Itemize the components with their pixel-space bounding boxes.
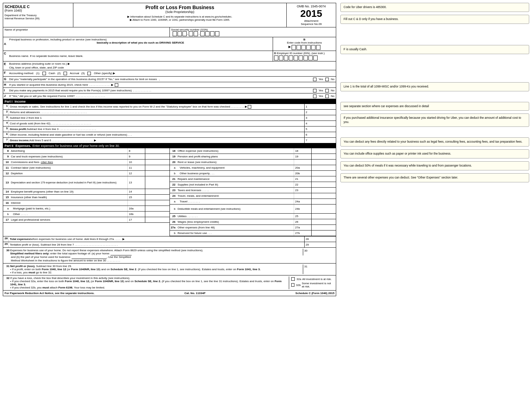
form-footer: For Paperwork Reduction Act Notice, see … [3, 290, 336, 296]
exp-line-17: 17 Legal and professional services 17 [3, 217, 169, 223]
exp-12-desc: Depletion [9, 171, 127, 176]
ssn-box [215, 31, 219, 36]
exp-line-27a: 27a Other expenses (from line 48) 27a [170, 225, 336, 230]
i-yes-checkbox[interactable] [313, 89, 317, 92]
exp-line-14: 14 Employee benefit programs (other than… [3, 189, 169, 195]
exp-line-16: 16 Interest: [3, 200, 169, 206]
exp-27b-val [311, 230, 336, 236]
line-29-desc: Tentative profit or (loss). Subtract lin… [9, 242, 304, 247]
j-yes-checkbox[interactable] [313, 95, 317, 98]
ssn-cell: Social security number (SSN) - - [169, 27, 336, 37]
line-g-letter-display: G [3, 77, 8, 82]
line-32a-label: 32a [297, 278, 301, 281]
line-29-row: 29 Tentative profit or (loss). Subtract … [3, 242, 336, 248]
exp-16a-val [145, 206, 169, 211]
exp-21-desc: Repairs and maintenance [176, 176, 294, 182]
note-10: There are several other expenses you can… [340, 173, 529, 182]
exp-23-val [311, 188, 336, 193]
line-32-section: 32 If you have a loss, check the box tha… [3, 275, 336, 290]
exp-26-sub: 26 [294, 219, 311, 225]
exp-line-12: 12 Depletion 12 [3, 171, 169, 176]
line-g-yn: Yes No [311, 77, 336, 82]
h-checkbox[interactable] [115, 83, 118, 87]
ssn-box [178, 31, 182, 36]
form-title-block: Profit or Loss From Business (Sole Propr… [73, 3, 287, 27]
note-1: Code for Uber drivers is 485300. [340, 3, 529, 12]
exp-24a-val [311, 199, 336, 204]
exp-9-desc: Car and truck expenses (see instructions… [9, 154, 127, 159]
line-32a-checkbox[interactable] [291, 277, 295, 281]
j-no-checkbox[interactable] [325, 95, 329, 98]
ssn-box [189, 31, 193, 36]
line-3-desc: Subtract line 2 from line 1 [9, 115, 304, 121]
exp-24b-val [311, 204, 336, 213]
line-3-row: 3 Subtract line 2 from line 1 3 [3, 115, 336, 121]
accrual-checkbox[interactable] [64, 72, 67, 75]
exp-25-sub: 25 [294, 214, 311, 219]
exp-20-val [311, 160, 336, 165]
line-7-desc: Gross income. Add lines 5 and 6 . . . . … [9, 138, 304, 143]
exp-24-sub [294, 193, 311, 199]
notes-panel: Code for Uber drivers is 485300. Fill ou… [336, 3, 529, 296]
line-32b-checkbox[interactable] [291, 283, 294, 287]
line1-checkbox[interactable] [248, 105, 251, 109]
g-yes-checkbox[interactable] [313, 78, 317, 81]
line-32a-text: All investment is at risk. [302, 278, 332, 281]
exp-20b-val [311, 171, 336, 176]
exp-line-16a: a Mortgage (paid to banks, etc.) 16a [3, 206, 169, 212]
exp-24-desc: Travel, meals, and entertainment: [176, 193, 294, 199]
cash-checkbox[interactable] [42, 72, 46, 75]
line-6-desc: Other income, including federal and stat… [9, 132, 304, 137]
exp-line-27b: b Reserved for future use . . . 27b [170, 230, 336, 236]
line-i-desc: Did you make any payments in 2015 that w… [8, 88, 311, 93]
part2-header: Part II Expenses. Enter expenses for bus… [3, 143, 336, 148]
cat-no: Cat. No. 11334P [185, 292, 206, 295]
exp-24-val [311, 193, 336, 199]
line-4-row: 4 Cost of goods sold (from line 42) . . … [3, 121, 336, 126]
exp-line-22: 22 Supplies (not included in Part III) 2… [170, 182, 336, 188]
exp-line-19: 19 Pension and profit-sharing plans 19 [170, 154, 336, 160]
line-30-simplified: and (b) the part of your home used for b… [5, 255, 334, 262]
exp-12-val [145, 171, 169, 176]
line-30-val: 30 [303, 249, 334, 255]
line-30-num: 30 [5, 249, 10, 255]
exp-20a-sub: 20a [294, 165, 311, 170]
g-no-checkbox[interactable] [325, 78, 329, 81]
exp-13-desc: Depreciation and section 179 expense ded… [9, 176, 127, 189]
exp-14-val [145, 189, 169, 194]
line-i-yn: Yes No [311, 88, 336, 93]
exp-14-sub: 14 [127, 189, 145, 194]
line-j-yn: Yes No [311, 93, 336, 99]
line-j-row: J If "Yes," did you or will you file req… [3, 93, 336, 99]
exp-15-sub: 15 [127, 195, 145, 200]
line-31-num: 31 [5, 265, 10, 274]
exp-24b-sub: 24b [294, 204, 311, 213]
form-1040-label: (Form 1040) [5, 9, 72, 12]
part2-expense-grid: 8 Advertising 8 9 Car and truck expenses… [3, 148, 336, 236]
other-checkbox[interactable] [87, 72, 91, 75]
exp-13-val [145, 176, 169, 189]
exp-11-sub: 11 [127, 165, 145, 170]
line-2-row: 2 Returns and allowances . . . . . . . .… [3, 110, 336, 115]
exp-27a-val [311, 225, 336, 230]
exp-21-sub: 21 [294, 176, 311, 182]
exp-16b-sub: 16b [127, 212, 145, 217]
exp-15-val [145, 195, 169, 200]
note-9: You can deduct 50% of meals if it was ne… [340, 161, 529, 170]
exp-24b-desc: Deductible meals and entertainment (see … [176, 204, 294, 213]
exp-9-val [145, 154, 169, 159]
note-7: You can deduct any fees directly related… [340, 137, 529, 147]
dept2-label: Internal Revenue Service (99) [5, 17, 72, 20]
line-7-val: 7 [304, 138, 336, 143]
exp-line-20a: a Vehicles, machinery, and equipment 20a [170, 165, 336, 171]
exp-25-desc: Utilities . . . . . . . [176, 214, 294, 219]
i-no-checkbox[interactable] [325, 89, 329, 92]
exp-16-desc: Interest: [9, 200, 127, 206]
exp-line-20: 20 Rent or lease (see instructions): [170, 160, 336, 165]
line-4-val: 4 [304, 121, 336, 126]
exp-line-9: 9 Car and truck expenses (see instructio… [3, 154, 169, 160]
note-2: Fill out C & D only if you have a busine… [340, 15, 529, 24]
form-subtitle: (Sole Proprietorship) [75, 10, 285, 14]
exp-17-val [145, 217, 169, 222]
part1-lines: 1 Gross receipts or sales. See instructi… [3, 104, 336, 143]
